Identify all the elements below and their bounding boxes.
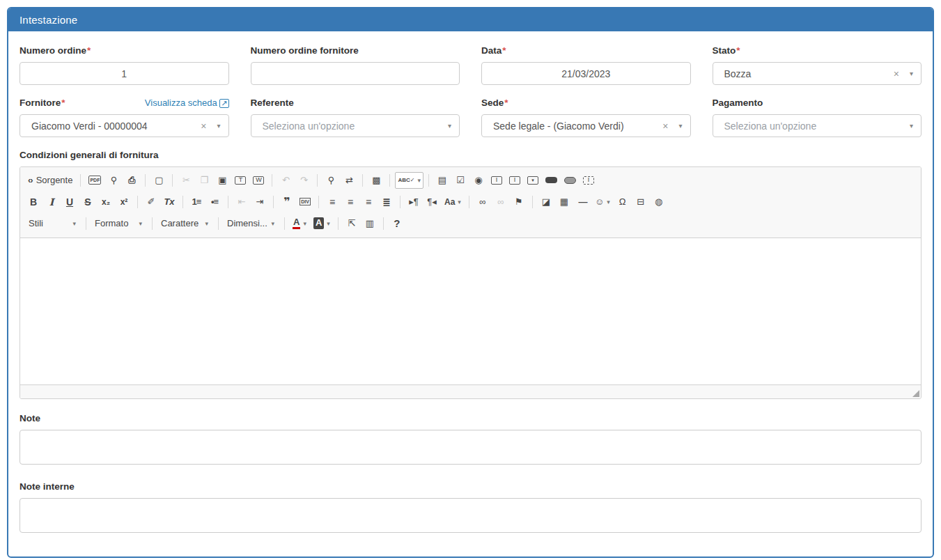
chevron-down-icon[interactable]: ▾ — [678, 123, 682, 130]
editor-content-area[interactable] — [20, 238, 921, 384]
fornitore-select[interactable]: Giacomo Verdi - 00000004 × ▾ — [20, 114, 229, 137]
pagamento-select[interactable]: Seleziona un'opzione ▾ — [713, 114, 922, 137]
paste-word-button[interactable]: W — [250, 172, 267, 189]
required-marker: * — [502, 45, 506, 56]
clear-icon[interactable]: × — [201, 121, 206, 131]
paste-button[interactable]: ▣ — [214, 172, 231, 189]
find-button[interactable]: ⚲ — [322, 172, 339, 189]
form-button-button[interactable] — [543, 172, 560, 189]
textarea-button[interactable]: I — [506, 172, 523, 189]
image-button[interactable]: ◪ — [538, 194, 554, 210]
bulleted-list-button[interactable]: •≡ — [206, 194, 223, 210]
form-grid-row-1: Numero ordine* Numero ordine fornitore D… — [20, 45, 921, 85]
pagamento-label: Pagamento — [713, 98, 763, 108]
radio-button[interactable]: ◉ — [470, 172, 487, 189]
maximize-button[interactable]: ⇱ — [343, 215, 360, 232]
resize-handle-icon[interactable] — [912, 390, 919, 397]
italic-button[interactable]: I — [43, 194, 60, 210]
special-char-button[interactable]: Ω — [614, 194, 631, 210]
align-left-button[interactable]: ≡ — [324, 194, 341, 210]
styles-select[interactable]: Stili▾ — [25, 215, 81, 232]
link-button[interactable]: ∞ — [474, 194, 491, 210]
hidden-field-button[interactable]: I — [580, 172, 597, 189]
note-interne-label: Note interne — [20, 481, 921, 492]
align-center-button[interactable]: ≡ — [342, 194, 359, 210]
chevron-down-icon[interactable]: ▾ — [910, 70, 913, 77]
align-right-button[interactable]: ≡ — [360, 194, 377, 210]
iframe-button[interactable]: ◍ — [651, 194, 667, 210]
numbered-list-button[interactable]: 1≡ — [188, 194, 205, 210]
spellcheck-button[interactable]: ABC✓▾ — [395, 172, 423, 189]
field-stato: Stato* Bozza × ▾ — [713, 45, 922, 85]
div-container-button[interactable]: DIV — [297, 194, 313, 210]
subscript-button[interactable]: x₂ — [98, 194, 114, 210]
chevron-down-icon[interactable]: ▾ — [910, 123, 913, 130]
about-button[interactable]: ? — [389, 215, 405, 232]
chevron-down-icon: ▾ — [271, 220, 274, 227]
replace-button[interactable]: ⇄ — [341, 172, 357, 189]
superscript-button[interactable]: x² — [116, 194, 132, 210]
show-blocks-button[interactable]: ▥ — [361, 215, 378, 232]
clear-icon[interactable]: × — [662, 121, 668, 131]
text-field-button[interactable]: I — [488, 172, 505, 189]
toolbar-group: Formato▾ — [91, 215, 148, 232]
source-button[interactable]: ‹›Sorgente — [25, 172, 75, 189]
chevron-down-icon[interactable]: ▾ — [217, 123, 220, 130]
toolbar-separator — [532, 196, 533, 208]
copy-formatting-button[interactable]: ✐ — [143, 194, 160, 210]
font-select[interactable]: Carattere▾ — [157, 215, 213, 232]
horizontal-rule-button[interactable]: ― — [574, 194, 591, 210]
page-break-button[interactable]: ⊟ — [632, 194, 649, 210]
export-pdf-button[interactable]: PDF — [86, 172, 104, 189]
referente-select[interactable]: Seleziona un'opzione ▾ — [251, 114, 460, 137]
rich-text-editor: ‹›SorgentePDF⚲⎙▢✂❐▣TW↶↷⚲⇄▩ABC✓▾▤☑◉II▾IBI… — [20, 166, 921, 399]
new-page-button[interactable]: ▢ — [150, 172, 167, 189]
stato-select[interactable]: Bozza × ▾ — [713, 62, 922, 85]
toolbar-separator — [86, 217, 86, 230]
chevron-down-icon[interactable]: ▾ — [448, 123, 451, 130]
font-size-select[interactable]: Dimensi...▾ — [224, 215, 279, 232]
blockquote-button[interactable]: ❞ — [279, 194, 295, 210]
form-button[interactable]: ▤ — [434, 172, 451, 189]
print-button[interactable]: ⎙ — [123, 172, 140, 189]
sede-select[interactable]: Sede legale - (Giacomo Verdi) × ▾ — [481, 114, 691, 137]
smiley-button[interactable]: ☺▾ — [592, 194, 613, 210]
format-select[interactable]: Formato▾ — [91, 215, 147, 232]
bold-button[interactable]: B — [25, 194, 42, 210]
toolbar-separator — [218, 217, 219, 230]
select-field-button[interactable]: ▾ — [524, 172, 541, 189]
text-color-button[interactable]: A▾ — [290, 215, 309, 232]
toolbar-separator — [389, 174, 390, 187]
numero-ordine-fornitore-input[interactable] — [251, 62, 460, 85]
paste-text-button[interactable]: T — [232, 172, 249, 189]
indent-button[interactable]: ⇥ — [251, 194, 268, 210]
print-preview-button[interactable]: ⚲ — [105, 172, 122, 189]
language-button[interactable]: Aa▾ — [442, 194, 464, 210]
fornitore-value: Giacomo Verdi - 00000004 — [31, 120, 196, 132]
note-textarea[interactable] — [20, 430, 921, 465]
visualizza-scheda-link[interactable]: Visualizza scheda ↗ — [145, 98, 229, 108]
strikethrough-button[interactable]: S — [79, 194, 96, 210]
editor-bottom-bar — [20, 384, 921, 398]
numero-ordine-input[interactable] — [20, 62, 229, 85]
bg-color-button[interactable]: A▾ — [311, 215, 333, 232]
data-input[interactable] — [481, 62, 691, 85]
select-all-button[interactable]: ▩ — [368, 172, 384, 189]
remove-format-button[interactable]: Tx — [161, 194, 178, 210]
toolbar-group: ⚲⇄ — [322, 172, 358, 189]
ltr-button[interactable]: ▸¶ — [405, 194, 422, 210]
rtl-button[interactable]: ¶◂ — [423, 194, 440, 210]
toolbar-separator — [318, 196, 319, 208]
numero-ordine-fornitore-label: Numero ordine fornitore — [251, 45, 359, 56]
anchor-button[interactable]: ⚑ — [511, 194, 527, 210]
field-referente: Referente Seleziona un'opzione ▾ — [251, 98, 460, 137]
referente-label: Referente — [251, 98, 294, 108]
table-button[interactable]: ▦ — [556, 194, 573, 210]
required-marker: * — [61, 98, 65, 108]
clear-icon[interactable]: × — [894, 69, 899, 79]
image-button-button[interactable] — [561, 172, 579, 189]
underline-button[interactable]: U — [61, 194, 78, 210]
checkbox-button[interactable]: ☑ — [452, 172, 469, 189]
note-interne-textarea[interactable] — [20, 498, 921, 533]
justify-button[interactable]: ≣ — [378, 194, 395, 210]
